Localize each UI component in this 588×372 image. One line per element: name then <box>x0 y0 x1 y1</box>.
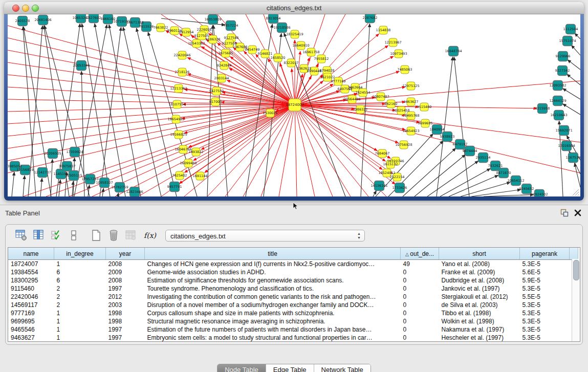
table-cell[interactable]: 9465546 <box>8 325 54 334</box>
table-mode-icon[interactable] <box>15 229 28 242</box>
table-row[interactable]: 1456911722003Disruption of a novel membe… <box>8 301 578 309</box>
table-cell[interactable]: 2012 <box>106 293 145 301</box>
scrollbar-thumb[interactable] <box>573 260 579 280</box>
table-cell[interactable]: 2 <box>54 293 106 301</box>
table-cell[interactable]: Estimation of significance thresholds fo… <box>145 276 401 285</box>
table-row[interactable]: 2242004622012Investigating the contribut… <box>8 293 578 301</box>
table-cell[interactable]: 5.3E-5 <box>520 309 570 317</box>
column-header-title[interactable]: title <box>145 248 401 260</box>
table-cell[interactable]: Structural magnetic resonance image aver… <box>145 317 401 325</box>
new-column-icon[interactable] <box>90 229 103 242</box>
table-cell[interactable]: 1998 <box>106 317 145 325</box>
table-cell[interactable]: 0 <box>401 309 439 317</box>
table-cell[interactable]: 1 <box>54 325 106 334</box>
table-cell[interactable]: Genome-wide association studies in ADHD. <box>145 268 401 276</box>
table-cell[interactable]: 6 <box>54 276 106 285</box>
attribute-table[interactable]: namein_degreeyeartitle△ out_de...shortpa… <box>8 248 578 342</box>
table-row[interactable]: 969969511998Structural magnetic resonanc… <box>8 317 578 325</box>
column-header-short[interactable]: short <box>439 248 520 260</box>
table-cell[interactable]: 1 <box>54 309 106 317</box>
table-cell[interactable]: 2008 <box>106 276 145 285</box>
select-rows-check-icon[interactable] <box>50 229 63 242</box>
table-row[interactable]: 1938455462009Genome-wide association stu… <box>8 268 578 276</box>
table-cell[interactable]: Franke et al. (2009) <box>439 268 520 276</box>
canvas-resize-grip[interactable] <box>573 189 579 195</box>
table-cell[interactable]: 18300295 <box>8 276 54 285</box>
table-cell[interactable]: 6 <box>54 268 106 276</box>
table-cell[interactable]: 5.5E-5 <box>520 293 570 301</box>
table-row[interactable]: 977716911998Corpus callosum shape and si… <box>8 309 578 317</box>
table-cell[interactable]: 5.3E-5 <box>520 334 570 342</box>
function-builder-icon[interactable]: f(x) <box>144 231 156 239</box>
table-cell[interactable]: 2009 <box>106 268 145 276</box>
tab-node-table[interactable]: Node Table <box>217 364 266 372</box>
table-cell[interactable]: 1998 <box>106 309 145 317</box>
column-header-out_de...[interactable]: △ out_de... <box>401 248 439 260</box>
table-cell[interactable]: Disruption of a novel member of a sodium… <box>145 301 401 309</box>
table-cell[interactable]: Stergiakouli et al. (2012) <box>439 293 520 301</box>
table-cell[interactable]: 1997 <box>106 334 145 342</box>
table-cell[interactable]: 5.3E-5 <box>520 260 570 269</box>
table-cell[interactable]: 2003 <box>106 301 145 309</box>
table-cell[interactable]: 2 <box>54 301 106 309</box>
show-columns-icon[interactable] <box>32 229 46 242</box>
float-panel-icon[interactable] <box>560 209 569 217</box>
delete-column-trash-icon[interactable] <box>107 229 120 242</box>
close-panel-icon[interactable] <box>574 209 582 217</box>
table-cell[interactable]: 9777169 <box>8 309 54 317</box>
table-selector-dropdown[interactable]: citations_edges.txt ▲▼ <box>165 230 365 242</box>
network-window[interactable]: citations_edges.txt 24055782069140610653… <box>4 2 584 201</box>
table-cell[interactable]: 19384554 <box>8 268 54 276</box>
table-cell[interactable]: 0 <box>401 293 439 301</box>
tab-network-table[interactable]: Network Table <box>314 364 371 372</box>
tab-edge-table[interactable]: Edge Table <box>266 364 314 372</box>
table-cell[interactable]: 5.9E-5 <box>520 276 570 285</box>
table-cell[interactable]: Nakamura et al. (1997) <box>439 325 520 334</box>
network-canvas[interactable]: 2405578206914061065324715276028466160107… <box>8 14 580 196</box>
window-titlebar[interactable]: citations_edges.txt <box>4 2 584 14</box>
table-cell[interactable]: 5.3E-5 <box>520 317 570 325</box>
table-cell[interactable]: 18724007 <box>8 260 54 269</box>
table-cell[interactable]: 5.3E-5 <box>520 301 570 309</box>
table-cell[interactable]: Yano et al. (2008) <box>439 260 520 269</box>
table-row[interactable]: 946362711997Embryonic stem cells: a mode… <box>8 334 578 342</box>
table-cell[interactable]: 5.3E-5 <box>520 325 570 334</box>
table-cell[interactable]: Tourette syndrome. Phenomenology and cla… <box>145 285 401 293</box>
table-cell[interactable]: 1 <box>54 317 106 325</box>
table-cell[interactable]: 0 <box>401 268 439 276</box>
table-cell[interactable]: 0 <box>401 285 439 293</box>
table-cell[interactable]: 0 <box>401 301 439 309</box>
table-cell[interactable]: Estimation of the future numbers of pati… <box>145 325 401 334</box>
table-cell[interactable]: 2008 <box>106 260 145 269</box>
table-row[interactable]: 1830029562008Estimation of significance … <box>8 276 578 285</box>
column-header-filler[interactable] <box>570 248 578 260</box>
column-header-name[interactable]: name <box>8 248 54 260</box>
column-header-in_degree[interactable]: in_degree <box>54 248 106 260</box>
table-cell[interactable]: 5.3E-5 <box>520 285 570 293</box>
column-header-pagerank[interactable]: pagerank <box>520 248 570 260</box>
table-row[interactable]: 911546021997Tourette syndrome. Phenomeno… <box>8 285 578 293</box>
table-cell[interactable]: 0 <box>401 276 439 285</box>
table-cell[interactable]: 5.6E-5 <box>520 268 570 276</box>
table-cell[interactable]: 9699695 <box>8 317 54 325</box>
table-cell[interactable]: 9115460 <box>8 285 54 293</box>
table-cell[interactable]: 1 <box>54 260 106 269</box>
table-cell[interactable]: 2 <box>54 285 106 293</box>
table-cell[interactable]: Investigating the contribution of common… <box>145 293 401 301</box>
table-cell[interactable]: Wolkin et al. (1998) <box>439 317 520 325</box>
table-cell[interactable]: Embryonic stem cells: a model to study s… <box>145 334 401 342</box>
table-cell[interactable]: 9463627 <box>8 334 54 342</box>
table-cell[interactable]: 14569117 <box>8 301 54 309</box>
table-cell[interactable]: Tibbo et al. (1998) <box>439 309 520 317</box>
table-cell[interactable]: 0 <box>401 317 439 325</box>
table-cell[interactable]: Hescheler et al. (1997) <box>439 334 520 342</box>
table-cell[interactable]: 22420046 <box>8 293 54 301</box>
table-header-row[interactable]: namein_degreeyeartitle△ out_de...shortpa… <box>8 248 578 260</box>
table-cell[interactable]: 1 <box>54 334 106 342</box>
table-cell[interactable]: Dudbridge et al. (2008) <box>439 276 520 285</box>
table-cell[interactable]: 0 <box>401 334 439 342</box>
table-cell[interactable]: 1997 <box>106 325 145 334</box>
table-cell[interactable]: Corpus callosum shape and size in male p… <box>145 309 401 317</box>
table-cell[interactable]: 1997 <box>106 285 145 293</box>
table-cell[interactable]: Jankovic et al. (1997) <box>439 285 520 293</box>
